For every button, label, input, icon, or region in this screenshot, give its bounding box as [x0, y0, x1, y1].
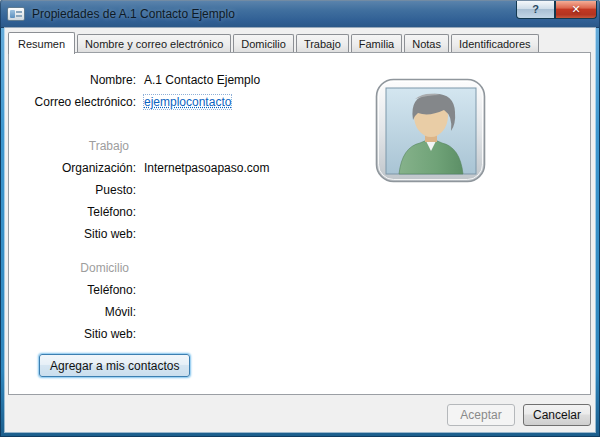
contact-photo	[375, 78, 487, 184]
home-section-header: Domicilio	[9, 261, 129, 275]
titlebar[interactable]: Propiedades de A.1 Contacto Ejemplo ? ✕	[0, 0, 600, 28]
help-button[interactable]: ?	[516, 1, 555, 19]
close-button[interactable]: ✕	[555, 1, 597, 19]
tab-trabajo[interactable]: Trabajo	[296, 34, 349, 53]
accept-button[interactable]: Aceptar	[447, 404, 515, 426]
window-title: Propiedades de A.1 Contacto Ejemplo	[32, 7, 235, 21]
tab-notas[interactable]: Notas	[404, 34, 449, 53]
work-website-label: Sitio web:	[9, 227, 136, 241]
organization-value: Internetpasoapaso.com	[144, 161, 269, 175]
tab-nombre-correo[interactable]: Nombre y correo electrónico	[77, 34, 231, 53]
work-website-row: Sitio web:	[9, 227, 590, 241]
dialog-client-area: Resumen Nombre y correo electrónico Domi…	[5, 28, 595, 432]
work-position-row: Puesto:	[9, 183, 590, 197]
work-phone-row: Teléfono:	[9, 205, 590, 219]
add-to-contacts-button[interactable]: Agregar a mis contactos	[39, 354, 190, 377]
name-label: Nombre:	[9, 73, 136, 87]
home-website-label: Sitio web:	[9, 327, 136, 341]
home-website-row: Sitio web:	[9, 327, 590, 341]
email-row: Correo electrónico: ejemplocontacto	[9, 95, 590, 109]
name-value: A.1 Contacto Ejemplo	[144, 73, 260, 87]
contact-card-icon	[7, 7, 25, 21]
window-controls: ? ✕	[516, 1, 597, 19]
close-icon: ✕	[571, 3, 580, 15]
tab-strip: Resumen Nombre y correo electrónico Domi…	[8, 31, 589, 53]
tab-domicilio[interactable]: Domicilio	[233, 34, 294, 53]
name-row: Nombre: A.1 Contacto Ejemplo	[9, 73, 590, 87]
cancel-button[interactable]: Cancelar	[523, 404, 591, 426]
help-icon: ?	[532, 3, 539, 15]
summary-tab-page: Nombre: A.1 Contacto Ejemplo Correo elec…	[8, 52, 591, 395]
home-mobile-row: Móvil:	[9, 305, 590, 319]
contact-properties-dialog: Propiedades de A.1 Contacto Ejemplo ? ✕ …	[0, 0, 600, 437]
work-phone-label: Teléfono:	[9, 205, 136, 219]
tab-familia[interactable]: Familia	[351, 34, 402, 53]
work-section-header: Trabajo	[9, 139, 129, 153]
organization-label: Organización:	[9, 161, 136, 175]
contact-photo-illustration	[375, 78, 487, 184]
work-organization-row: Organización: Internetpasoapaso.com	[9, 161, 590, 175]
email-label: Correo electrónico:	[9, 95, 136, 109]
home-phone-label: Teléfono:	[9, 283, 136, 297]
position-label: Puesto:	[9, 183, 136, 197]
tab-identificadores[interactable]: Identificadores	[451, 34, 539, 53]
email-link[interactable]: ejemplocontacto	[144, 95, 231, 109]
home-phone-row: Teléfono:	[9, 283, 590, 297]
tab-resumen[interactable]: Resumen	[8, 32, 75, 54]
mobile-label: Móvil:	[9, 305, 136, 319]
